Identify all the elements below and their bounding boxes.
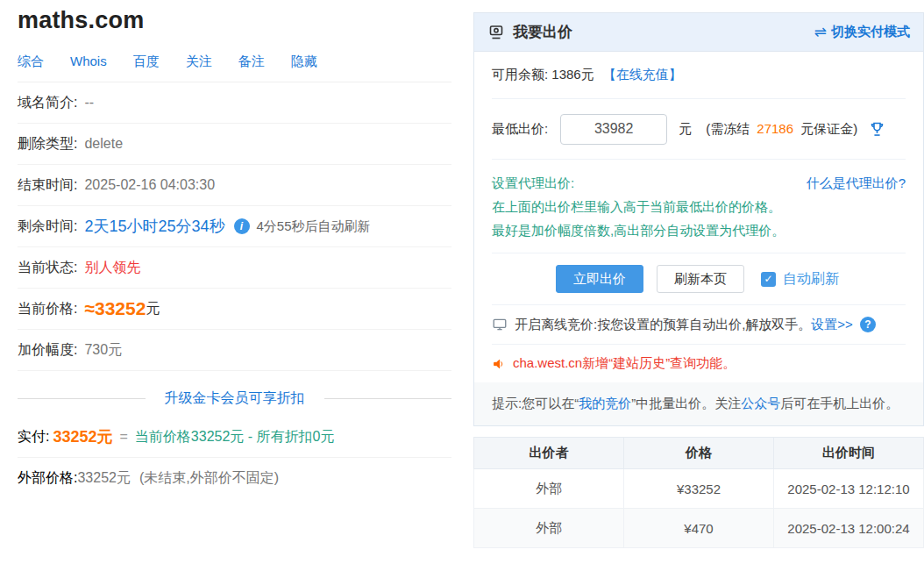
auto-refresh-checkbox[interactable]: ✓ — [761, 272, 776, 287]
domain-intro-label: 域名简介: — [18, 94, 77, 112]
row-delete-type: 删除类型: delete — [18, 124, 451, 165]
switch-pay-mode-label: 切换实付模式 — [831, 24, 910, 40]
official-account-link[interactable]: 公众号 — [741, 396, 780, 410]
price-cell: ¥33252 — [624, 469, 774, 509]
min-bid-input[interactable] — [560, 114, 667, 145]
tab-overview[interactable]: 综合 — [18, 54, 44, 70]
bid-panel: 我要出价 ⇌ 切换实付模式 可用余额: 1386元 【在线充值】 最低出价: 元… — [473, 12, 924, 426]
column-header-time: 出价时间 — [774, 438, 924, 469]
tab-remark[interactable]: 备注 — [238, 54, 265, 70]
what-is-proxy-link[interactable]: 什么是代理出价? — [807, 171, 906, 195]
offline-bidding-row: 开启离线竞价:按您设置的预算自动出价,解放双手。 设置>> ? — [474, 305, 923, 344]
bid-now-button[interactable]: 立即出价 — [556, 265, 643, 293]
row-current-status: 当前状态: 别人领先 — [18, 247, 451, 289]
table-row: 外部 ¥470 2025-02-13 12:00:24 — [474, 509, 924, 548]
divider-line — [18, 398, 146, 399]
auto-refresh-note: 4分55秒后自动刷新 — [257, 218, 371, 235]
recharge-link[interactable]: 【在线充值】 — [603, 67, 682, 83]
tip-middle: ”中批量出价。关注 — [631, 396, 741, 410]
delete-type-label: 删除类型: — [18, 135, 77, 153]
time-cell: 2025-02-13 12:00:24 — [774, 509, 924, 548]
increment-label: 加价幅度: — [18, 341, 77, 360]
page: maths.com 综合 Whois 百度 关注 备注 隐藏 域名简介: -- … — [0, 0, 924, 571]
upgrade-member-link[interactable]: 升级金卡会员可享折扣 — [165, 389, 305, 408]
proxy-hint-line1: 在上面的出价栏里输入高于当前最低出价的价格。 — [492, 195, 906, 218]
external-price-note: (未结束,外部价不固定) — [139, 469, 279, 488]
announcement-text[interactable]: cha.west.cn新增“建站历史”查询功能。 — [513, 355, 736, 372]
switch-pay-mode-link[interactable]: ⇌ 切换实付模式 — [814, 23, 910, 41]
member-upgrade-divider: 升级金卡会员可享折扣 — [18, 380, 451, 417]
domain-info-panel: maths.com 综合 Whois 百度 关注 备注 隐藏 域名简介: -- … — [18, 0, 451, 499]
remaining-time-label: 剩余时间: — [18, 218, 77, 236]
bid-panel-header: 我要出价 ⇌ 切换实付模式 — [474, 13, 923, 52]
actual-pay-formula: 当前价格33252元 - 所有折扣0元 — [135, 428, 335, 446]
remaining-time-value: 2天15小时25分34秒 — [84, 216, 224, 237]
offline-bidding-text: 开启离线竞价:按您设置的预算自动出价,解放双手。 — [515, 317, 811, 333]
monitor-icon — [492, 317, 508, 332]
auto-refresh-label[interactable]: 自动刷新 — [783, 270, 839, 289]
actual-pay-label: 实付: — [18, 428, 49, 446]
freeze-suffix: 元保证金) — [800, 121, 857, 136]
balance-label: 可用余额: — [492, 67, 548, 83]
external-price-label: 外部价格: — [18, 469, 77, 488]
end-time-label: 结束时间: — [18, 176, 77, 195]
equals-sign: = — [120, 429, 128, 445]
my-bids-link[interactable]: 我的竞价 — [579, 396, 631, 410]
row-current-price: 当前价格: ≈33252 元 — [18, 289, 451, 330]
min-bid-row: 最低出价: 元 (需冻结 27186 元保证金) — [474, 99, 923, 159]
divider-line — [324, 398, 452, 399]
min-bid-unit: 元 — [679, 121, 692, 138]
row-external-price: 外部价格: 33252元 (未结束,外部价不固定) — [18, 458, 451, 499]
increment-value: 730元 — [84, 341, 122, 360]
current-price-value: ≈33252 — [84, 298, 146, 319]
tip-prefix: 提示:您可以在“ — [492, 396, 579, 410]
freeze-amount: 27186 — [757, 121, 793, 136]
proxy-bid-section: 设置代理出价: 什么是代理出价? 在上面的出价栏里输入高于当前最低出价的价格。 … — [474, 160, 923, 253]
info-icon[interactable]: i — [234, 218, 250, 234]
row-domain-intro: 域名简介: -- — [18, 82, 451, 124]
column-header-price: 价格 — [624, 438, 774, 469]
page-title: maths.com — [18, 7, 451, 34]
offline-settings-link[interactable]: 设置>> — [811, 317, 853, 333]
row-increment: 加价幅度: 730元 — [18, 330, 451, 371]
current-status-label: 当前状态: — [18, 259, 77, 277]
table-header-row: 出价者 价格 出价时间 — [474, 438, 924, 469]
delete-type-value: delete — [84, 136, 123, 152]
row-end-time: 结束时间: 2025-02-16 04:03:30 — [18, 165, 451, 206]
proxy-bid-label: 设置代理出价: — [492, 171, 574, 195]
bidder-cell: 外部 — [474, 469, 624, 509]
current-status-value: 别人领先 — [84, 259, 140, 277]
external-price-value: 33252元 — [77, 469, 131, 488]
min-bid-label: 最低出价: — [492, 121, 548, 138]
tab-hide[interactable]: 隐藏 — [291, 54, 317, 70]
question-icon[interactable]: ? — [860, 317, 876, 332]
swap-arrows-icon: ⇌ — [814, 23, 827, 41]
current-price-label: 当前价格: — [18, 300, 77, 318]
table-row: 外部 ¥33252 2025-02-13 12:12:10 — [474, 469, 924, 509]
tab-follow[interactable]: 关注 — [186, 54, 212, 70]
end-time-value: 2025-02-16 04:03:30 — [84, 177, 215, 193]
row-actual-pay: 实付: 33252元 = 当前价格33252元 - 所有折扣0元 — [18, 417, 451, 458]
tab-whois[interactable]: Whois — [70, 54, 107, 70]
proxy-hint-line2: 最好是加价幅度倍数,高出部分自动设置为代理价。 — [492, 218, 906, 242]
price-cell: ¥470 — [624, 509, 774, 548]
speaker-icon — [492, 357, 506, 371]
trophy-icon[interactable] — [868, 120, 886, 139]
balance-row: 可用余额: 1386元 【在线充值】 — [474, 52, 923, 98]
domain-intro-value: -- — [84, 95, 94, 111]
freeze-deposit-text: (需冻结 27186 元保证金) — [706, 121, 857, 138]
tab-bar: 综合 Whois 百度 关注 备注 隐藏 — [18, 54, 451, 82]
column-header-bidder: 出价者 — [474, 438, 624, 469]
actual-pay-amount: 33252元 — [53, 426, 112, 447]
current-price-unit: 元 — [146, 300, 160, 318]
bid-icon — [487, 24, 505, 41]
bid-history-table: 出价者 价格 出价时间 外部 ¥33252 2025-02-13 12:12:1… — [473, 437, 924, 548]
freeze-prefix: (需冻结 — [706, 121, 750, 136]
bid-panel-title: 我要出价 — [513, 22, 572, 42]
tip-suffix: 后可在手机上出价。 — [780, 396, 899, 410]
bid-panel-column: 我要出价 ⇌ 切换实付模式 可用余额: 1386元 【在线充值】 最低出价: 元… — [473, 12, 924, 548]
tab-baidu[interactable]: 百度 — [133, 54, 160, 70]
bidder-cell: 外部 — [474, 509, 624, 548]
refresh-page-button[interactable]: 刷新本页 — [657, 265, 744, 293]
row-remaining-time: 剩余时间: 2天15小时25分34秒 i 4分55秒后自动刷新 — [18, 206, 451, 247]
